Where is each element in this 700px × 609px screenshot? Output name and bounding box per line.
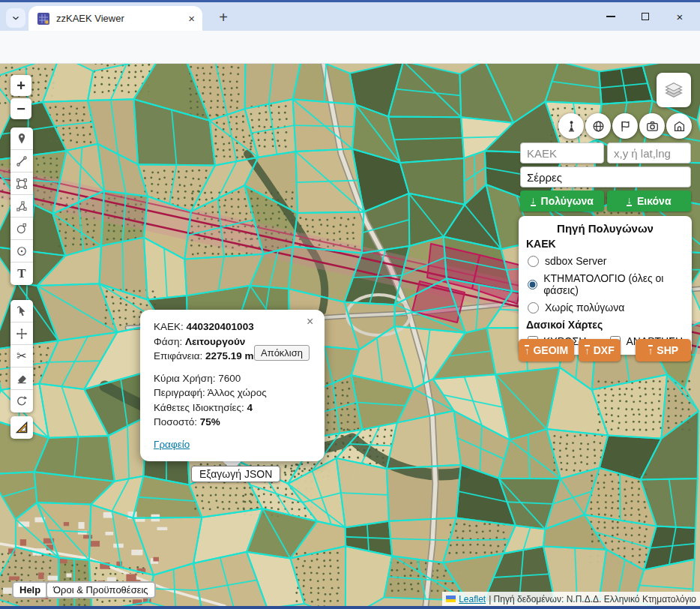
close-window-button[interactable]: × bbox=[663, 2, 697, 31]
edit-vertices-button[interactable] bbox=[10, 300, 33, 322]
chevron-down-icon bbox=[10, 13, 21, 23]
popup-percent-row: Ποσοστό: 75% bbox=[154, 415, 311, 430]
popup-close-icon[interactable]: × bbox=[307, 315, 313, 328]
data-source-text: | Πηγή δεδομένων: Ν.Π.Δ.Δ. Ελληνικό Κτημ… bbox=[489, 594, 696, 604]
upload-icon: ↑ bbox=[648, 345, 654, 355]
tab-search-button[interactable] bbox=[6, 8, 25, 28]
rectangle-nodes-icon bbox=[15, 177, 28, 190]
popup-use-row: Κύρια Χρήση: 7600 bbox=[154, 371, 311, 386]
export-dxf-button[interactable]: ↑DXF bbox=[579, 339, 621, 362]
new-tab-button[interactable]: + bbox=[213, 7, 234, 28]
globe-button[interactable] bbox=[585, 113, 611, 139]
export-geoim-button[interactable]: ↑GEOIM bbox=[519, 339, 574, 362]
draw-rectangle-button[interactable] bbox=[10, 172, 33, 195]
cut-polygon-button[interactable]: ✂ bbox=[10, 345, 33, 368]
forest-heading: Δασικοί Χάρτες bbox=[526, 319, 684, 331]
radio-ktimatologio[interactable] bbox=[528, 279, 537, 290]
camera-icon bbox=[645, 119, 660, 134]
cursor-edit-icon bbox=[15, 304, 28, 318]
building-button[interactable] bbox=[666, 113, 692, 139]
window-controls: × bbox=[594, 2, 697, 31]
tab-bar: zzKAEK Viewer × + × bbox=[0, 2, 700, 31]
upload-icon: ↑ bbox=[585, 345, 590, 355]
source-option-sdbox[interactable]: sdbox Server bbox=[528, 255, 683, 267]
layers-control[interactable] bbox=[657, 73, 691, 107]
flag-button[interactable] bbox=[612, 113, 638, 139]
download-image-button[interactable]: ↓ Εικόνα bbox=[607, 190, 691, 212]
circle-dot-icon bbox=[15, 244, 28, 258]
polyline-icon bbox=[15, 154, 28, 168]
draw-text-button[interactable]: T bbox=[10, 262, 33, 285]
circle-node-icon bbox=[15, 222, 28, 236]
radio-no-polygons[interactable] bbox=[528, 302, 539, 314]
scissors-icon: ✂ bbox=[16, 349, 26, 363]
draw-polygon-button[interactable] bbox=[10, 195, 33, 218]
radio-sdbox[interactable] bbox=[528, 256, 539, 267]
move-icon bbox=[15, 327, 28, 340]
marker-pin-icon bbox=[15, 132, 28, 146]
zoom-out-button[interactable]: − bbox=[10, 98, 31, 119]
globe-icon bbox=[591, 119, 606, 134]
draw-marker-button[interactable] bbox=[10, 128, 33, 150]
draw-toolbar: T bbox=[10, 128, 33, 285]
eraser-icon bbox=[15, 372, 28, 386]
office-link[interactable]: Γραφείο bbox=[154, 439, 190, 450]
minimize-button[interactable] bbox=[594, 2, 628, 31]
popup-vertical-row: Κάθετες Ιδιοκτησίες: 4 bbox=[154, 400, 311, 416]
help-button[interactable]: Help bbox=[12, 581, 48, 598]
streetview-button[interactable] bbox=[558, 113, 584, 139]
building-icon bbox=[672, 119, 687, 134]
map-area: + − T bbox=[0, 64, 700, 606]
source-option-none[interactable]: Χωρίς πολύγωνα bbox=[528, 302, 683, 314]
window-bottom-border bbox=[0, 606, 700, 609]
polygon-source-panel: Πηγή Πολυγώνων ΚΑΕΚ sdbox Server ΚΤΗΜΑΤΟ… bbox=[519, 216, 692, 355]
flag-icon bbox=[618, 119, 633, 134]
set-square-icon bbox=[14, 420, 29, 435]
coords-input[interactable] bbox=[607, 142, 691, 164]
site-favicon bbox=[37, 13, 49, 25]
parcel-popup: ΚΑΕΚ: 440320401003 Φάση: Λειτουργούν Επι… bbox=[140, 310, 325, 461]
person-icon bbox=[564, 119, 579, 134]
download-icon: ↓ bbox=[627, 196, 632, 206]
map-attribution: Leaflet | Πηγή δεδομένων: Ν.Π.Δ.Δ. Ελλην… bbox=[442, 592, 700, 606]
draw-polyline-button[interactable] bbox=[10, 150, 33, 172]
zoom-in-button[interactable]: + bbox=[10, 75, 31, 96]
screenshot-button[interactable] bbox=[639, 113, 665, 139]
leaflet-link[interactable]: Leaflet bbox=[459, 594, 486, 604]
ukraine-flag-icon bbox=[446, 596, 456, 602]
deviation-button[interactable]: Απόκλιση bbox=[254, 345, 310, 361]
minimize-icon bbox=[606, 16, 615, 17]
kaek-input[interactable] bbox=[520, 142, 604, 164]
kaek-heading: ΚΑΕΚ bbox=[526, 238, 684, 250]
export-json-button[interactable]: Εξαγωγή JSON bbox=[191, 466, 280, 482]
popup-kaek-row: ΚΑΕΚ: 440320401003 bbox=[154, 320, 311, 334]
source-option-ktimatologio[interactable]: ΚΤΗΜΑΤΟΛΟΓΙΟ (όλες οι φάσεις) bbox=[528, 272, 683, 296]
city-input[interactable] bbox=[520, 166, 691, 188]
rotate-button[interactable] bbox=[10, 390, 33, 412]
browser-tab[interactable]: zzKAEK Viewer × bbox=[28, 6, 202, 31]
edit-toolbar: ✂ bbox=[10, 300, 33, 412]
download-icon: ↓ bbox=[531, 196, 536, 206]
maximize-icon bbox=[642, 13, 649, 20]
tab-title: zzKAEK Viewer bbox=[56, 13, 181, 24]
drag-layers-button[interactable] bbox=[10, 322, 33, 345]
download-polygons-button[interactable]: ↓ Πολύγωνα bbox=[520, 190, 604, 212]
tab-close-icon[interactable]: × bbox=[188, 12, 195, 25]
polygon-nodes-icon bbox=[15, 200, 28, 213]
map-tool-row bbox=[558, 113, 692, 139]
layers-icon bbox=[663, 80, 684, 100]
rotate-icon bbox=[15, 394, 28, 408]
upload-icon: ↑ bbox=[525, 345, 530, 355]
draw-circle-button[interactable] bbox=[10, 218, 33, 240]
measure-button[interactable] bbox=[10, 416, 33, 439]
browser-toolbar: ← → sdtopocad.net/kaek/kaek_viewer.html … bbox=[0, 31, 700, 64]
draw-circlemarker-button[interactable] bbox=[10, 240, 33, 262]
terms-button[interactable]: Όροι & Προϋποθέσεις bbox=[46, 581, 156, 598]
panel-title: Πηγή Πολυγώνων bbox=[526, 222, 684, 235]
export-shp-button[interactable]: ↑SHP bbox=[636, 339, 691, 362]
erase-button[interactable] bbox=[10, 368, 33, 390]
browser-window: zzKAEK Viewer × + × ← → sdtopocad.net/ka… bbox=[0, 0, 700, 609]
maximize-button[interactable] bbox=[628, 2, 663, 31]
popup-desc-row: Περιγραφή: Άλλος χώρος bbox=[154, 386, 311, 400]
